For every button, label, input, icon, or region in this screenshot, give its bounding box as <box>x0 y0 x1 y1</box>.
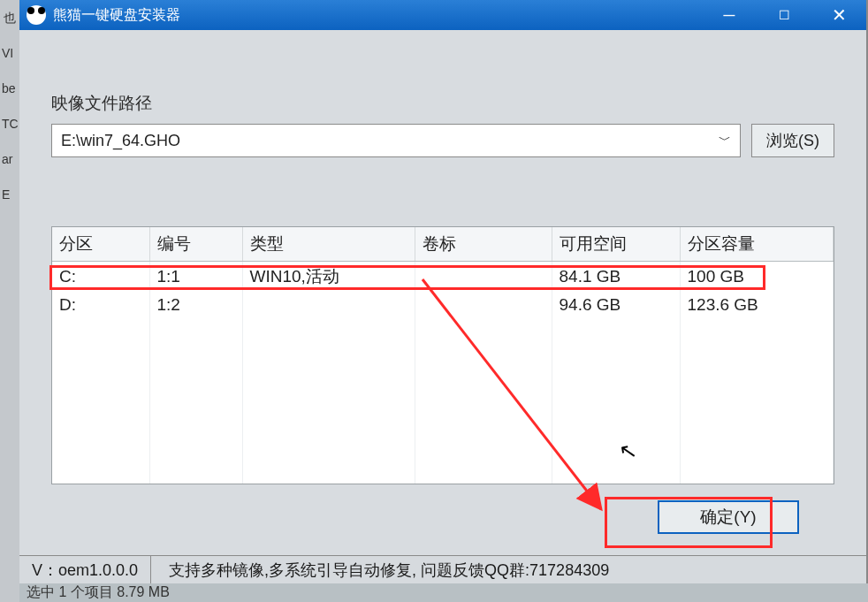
cell-number: 1:2 <box>149 292 242 318</box>
cell-partition: D: <box>52 292 149 318</box>
version-label: V：oem1.0.0.0 <box>19 556 151 583</box>
image-path-select[interactable]: E:\win7_64.GHO ﹀ <box>51 124 741 157</box>
ok-button[interactable]: 确定(Y) <box>658 500 799 534</box>
header-volume[interactable]: 卷标 <box>415 227 552 262</box>
cell-type: WIN10,活动 <box>242 262 415 293</box>
table-row-empty <box>52 442 834 467</box>
cell-number: 1:1 <box>149 262 242 293</box>
browse-button[interactable]: 浏览(S) <box>751 124 834 157</box>
background-strip: 也 VI be TC ar E <box>0 0 19 602</box>
table-row[interactable]: D: 1:2 94.6 GB 123.6 GB <box>52 292 834 318</box>
content-area: 映像文件路径 E:\win7_64.GHO ﹀ 浏览(S) 分区 编号 类型 <box>19 30 866 534</box>
cell-type <box>242 292 415 318</box>
image-path-row: E:\win7_64.GHO ﹀ 浏览(S) <box>51 124 834 157</box>
cell-volume <box>415 262 552 293</box>
image-path-label: 映像文件路径 <box>51 92 834 115</box>
footer-row: 确定(Y) <box>51 484 834 534</box>
partition-table: 分区 编号 类型 卷标 可用空间 分区容量 C: 1:1 WIN10,活动 8 <box>51 226 834 484</box>
close-button[interactable] <box>811 0 866 30</box>
statusbar: V：oem1.0.0.0 支持多种镜像,多系统引导自动修复, 问题反馈QQ群:7… <box>19 555 866 583</box>
titlebar[interactable]: 熊猫一键硬盘安装器 ☐ <box>19 0 866 30</box>
window-controls: ☐ <box>702 0 866 30</box>
status-info: 支持多种镜像,多系统引导自动修复, 问题反馈QQ群:717284309 <box>151 560 609 581</box>
window-title: 熊猫一键硬盘安装器 <box>53 6 702 25</box>
header-number[interactable]: 编号 <box>149 227 242 262</box>
cell-available: 94.6 GB <box>552 292 680 318</box>
table-row-empty <box>52 368 834 392</box>
table-row-empty <box>52 467 834 484</box>
panda-icon <box>27 5 46 25</box>
table-header-row: 分区 编号 类型 卷标 可用空间 分区容量 <box>52 227 834 262</box>
table-row[interactable]: C: 1:1 WIN10,活动 84.1 GB 100 GB <box>52 262 834 293</box>
header-available[interactable]: 可用空间 <box>552 227 680 262</box>
table-row-empty <box>52 343 834 368</box>
maximize-button[interactable]: ☐ <box>757 0 811 30</box>
cell-volume <box>415 292 552 318</box>
table-row-empty <box>52 417 834 442</box>
cell-capacity: 100 GB <box>680 262 834 293</box>
header-capacity[interactable]: 分区容量 <box>680 227 834 262</box>
table-row-empty <box>52 318 834 343</box>
image-path-value: E:\win7_64.GHO <box>61 132 180 150</box>
installer-window: 熊猫一键硬盘安装器 ☐ 映像文件路径 E:\win7_64.GHO ﹀ 浏览(S… <box>19 0 868 583</box>
cell-available: 84.1 GB <box>552 262 680 293</box>
table-row-empty <box>52 392 834 417</box>
cell-capacity: 123.6 GB <box>680 292 834 318</box>
cell-partition: C: <box>52 262 149 293</box>
chevron-down-icon: ﹀ <box>719 133 731 149</box>
header-type[interactable]: 类型 <box>242 227 415 262</box>
minimize-button[interactable] <box>702 0 757 30</box>
header-partition[interactable]: 分区 <box>52 227 149 262</box>
explorer-selection-text: 选中 1 个项目 8.79 MB <box>27 583 170 602</box>
